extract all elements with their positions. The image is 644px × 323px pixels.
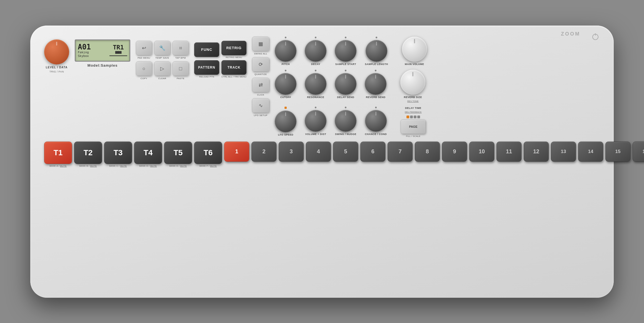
func-button[interactable]: FUNC bbox=[194, 42, 219, 57]
step-12-button[interactable]: 12 bbox=[524, 142, 549, 162]
t2-sublabel: BANK B / MUTE bbox=[79, 165, 97, 167]
t6-sublabel: BANK F / MUTE bbox=[199, 165, 217, 167]
lcd-waveform: ▬▬▬▬▬▬▬▬ bbox=[109, 54, 127, 57]
temp-save-label: TEMP SAVE bbox=[155, 57, 169, 59]
delay-send-knob[interactable] bbox=[335, 73, 356, 95]
t1-button[interactable]: T1 bbox=[44, 142, 72, 164]
track-button[interactable]: TRACK bbox=[221, 60, 246, 75]
step-2-button[interactable]: 2 bbox=[251, 142, 276, 162]
device-interior: LEVEL / DATA TRIG / PAN A01 Faking Skybo… bbox=[44, 37, 600, 284]
volume-dist-knob[interactable] bbox=[305, 110, 326, 132]
rev-tone-label: REV TONE bbox=[407, 100, 419, 102]
clear-button[interactable]: ▷ bbox=[154, 61, 170, 76]
sample-length-knob[interactable] bbox=[366, 40, 387, 62]
step-10-button[interactable]: 10 bbox=[469, 142, 494, 162]
quantize-group: ⟳ QUANTIZE bbox=[252, 57, 269, 76]
quantize-label: QUANTIZE bbox=[254, 73, 267, 76]
level-data-knob[interactable] bbox=[44, 39, 69, 64]
step-9-button[interactable]: 9 bbox=[442, 142, 467, 162]
lcd-bars: ████ bbox=[115, 51, 122, 54]
lfo-setup-icon: ∿ bbox=[259, 103, 263, 108]
click-button[interactable]: ⇄ bbox=[252, 78, 269, 92]
func-retrig-row: FUNC RETRIG RETRIG MENU bbox=[194, 41, 246, 59]
step-14-button[interactable]: 14 bbox=[578, 142, 603, 162]
decay-knob[interactable] bbox=[305, 40, 326, 62]
retrig-button[interactable]: RETRIG bbox=[221, 41, 246, 55]
t2-button[interactable]: T2 bbox=[74, 142, 102, 164]
page-button[interactable]: PAGE bbox=[401, 119, 426, 134]
t4-button[interactable]: T4 bbox=[134, 142, 162, 164]
track-group: TRACK CTRL ALL / TRK MENU bbox=[221, 60, 246, 78]
swing-nudge-knob[interactable] bbox=[335, 110, 356, 132]
lfo-setup-label: LFO SETUP bbox=[254, 114, 268, 117]
quantize-icon: ⟳ bbox=[259, 62, 263, 67]
lfo-speed-knob[interactable] bbox=[275, 111, 296, 132]
clear-group: ▷ CLEAR bbox=[154, 61, 170, 80]
t2-group: T2 BANK B / MUTE bbox=[74, 142, 102, 167]
lfo-speed-knob-unit: LFO SPEED bbox=[275, 107, 296, 136]
sample-length-label: SAMPLE LENGTH bbox=[365, 63, 388, 66]
temp-save-group: 🔧 TEMP SAVE bbox=[154, 41, 170, 59]
step-15-button[interactable]: 15 bbox=[605, 142, 630, 162]
step-13-button[interactable]: 13 bbox=[551, 142, 576, 162]
clear-icon: ▷ bbox=[160, 66, 164, 71]
delay-page-area: DELAY TIME DEL FEEDBACK PAGE FILL / SCAL… bbox=[401, 107, 426, 137]
lfo-speed-label: LFO SPEED bbox=[278, 133, 294, 136]
t6-group: T6 BANK F / MUTE bbox=[194, 142, 222, 167]
pad-menu-button[interactable]: ↩ bbox=[136, 41, 152, 55]
temp-save-button[interactable]: 🔧 bbox=[154, 41, 170, 55]
swing-all-label: SWING ALL bbox=[254, 52, 268, 55]
t5-button[interactable]: T5 bbox=[164, 142, 192, 164]
swing-nudge-led bbox=[345, 107, 346, 108]
step-3-button[interactable]: 3 bbox=[279, 142, 304, 162]
page-dot-2 bbox=[410, 116, 413, 118]
lcd-screen: A01 Faking Skybox TR1 ████ ▬▬▬▬▬▬▬▬ bbox=[75, 39, 130, 62]
t6-button[interactable]: T6 bbox=[194, 142, 222, 164]
knob-row-3: LFO SPEED VOLUME + DIST SWING / NUDGE bbox=[275, 107, 600, 137]
chance-cond-knob[interactable] bbox=[365, 110, 387, 132]
decay-led bbox=[315, 37, 316, 38]
paste-icon: □ bbox=[179, 66, 182, 71]
t2-label: T2 bbox=[84, 149, 93, 157]
paste-button[interactable]: □ bbox=[173, 61, 189, 76]
step-4-button[interactable]: 4 bbox=[306, 142, 331, 162]
step-5-button[interactable]: 5 bbox=[333, 142, 358, 162]
cutoff-label: CUTOFF bbox=[280, 96, 291, 99]
tap-bpm-button[interactable]: ⌗ bbox=[173, 41, 189, 55]
cutoff-knob-unit: CUTOFF bbox=[275, 70, 296, 99]
click-label: CLICK bbox=[257, 94, 264, 96]
cutoff-led bbox=[285, 70, 286, 71]
reverb-size-label: REVERB SIZE bbox=[404, 96, 422, 99]
main-volume-knob[interactable] bbox=[402, 37, 427, 62]
click-group: ⇄ CLICK bbox=[252, 78, 269, 96]
sample-start-led bbox=[345, 37, 346, 38]
pitch-knob[interactable] bbox=[275, 40, 296, 62]
sample-start-label: SAMPLE START bbox=[335, 63, 356, 66]
reverb-send-knob[interactable] bbox=[365, 73, 386, 95]
t3-group: T3 BANK C / MUTE bbox=[104, 142, 132, 167]
step-11-button[interactable]: 11 bbox=[496, 142, 521, 162]
sample-start-knob-unit: SAMPLE START bbox=[335, 37, 356, 66]
bottom-controls: T1 BANK A / MUTE T2 BANK B / MUTE T3 BAN… bbox=[44, 142, 600, 167]
swing-all-icon: ▦ bbox=[258, 41, 263, 46]
step-7-button[interactable]: 7 bbox=[388, 142, 413, 162]
copy-button[interactable]: ○ bbox=[136, 61, 152, 76]
lcd-line1: Faking bbox=[78, 51, 91, 54]
resonance-knob[interactable] bbox=[305, 73, 326, 95]
clear-label: CLEAR bbox=[158, 77, 166, 80]
step-16-button[interactable]: 16 bbox=[633, 142, 644, 162]
knob-row-2: CUTOFF RESONANCE DELAY SEND bbox=[275, 70, 600, 102]
swing-nudge-label: SWING / NUDGE bbox=[335, 133, 356, 136]
reverb-size-knob[interactable] bbox=[400, 70, 425, 95]
swing-all-button[interactable]: ▦ bbox=[252, 37, 269, 51]
sample-start-knob[interactable] bbox=[335, 40, 356, 62]
lfo-setup-button[interactable]: ∿ bbox=[252, 98, 269, 113]
step-1-button[interactable]: 1 bbox=[224, 142, 249, 162]
cutoff-knob[interactable] bbox=[275, 73, 296, 95]
step-6-button[interactable]: 6 bbox=[360, 142, 385, 162]
pattern-button[interactable]: PATTERN bbox=[194, 60, 219, 75]
step-8-button[interactable]: 8 bbox=[415, 142, 440, 162]
t3-button[interactable]: T3 bbox=[104, 142, 132, 164]
chance-cond-knob-unit: CHANCE / COND bbox=[365, 107, 387, 136]
quantize-button[interactable]: ⟳ bbox=[252, 57, 269, 72]
